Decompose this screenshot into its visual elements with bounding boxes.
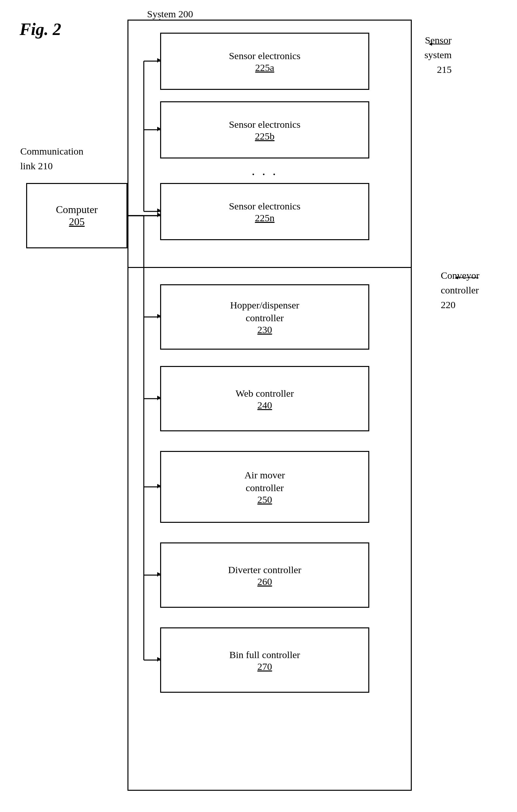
air-mover-controller-250: Air movercontroller 250	[160, 451, 369, 523]
web-controller-240: Web controller 240	[160, 366, 369, 431]
comm-link-label: Communicationlink 210	[20, 144, 83, 173]
computer-box: Computer 205	[26, 183, 127, 248]
sensor-electronics-225n: Sensor electronics 225n	[160, 183, 369, 240]
svg-text:System 200: System 200	[147, 8, 193, 19]
computer-title: Computer	[56, 204, 98, 216]
hopper-dispenser-230: Hopper/dispensercontroller 230	[160, 284, 369, 350]
diagram: Fig. 2 System 200 Sensorsystem215 Convey…	[0, 0, 517, 812]
ellipsis-dots: · · ·	[252, 167, 278, 182]
sensor-electronics-225a: Sensor electronics 225a	[160, 33, 369, 90]
svg-marker-4	[429, 42, 432, 46]
sensor-electronics-225b: Sensor electronics 225b	[160, 101, 369, 158]
figure-label: Fig. 2	[20, 20, 61, 39]
svg-marker-6	[455, 276, 458, 280]
bin-full-controller-270: Bin full controller 270	[160, 628, 369, 693]
diverter-controller-260: Diverter controller 260	[160, 543, 369, 608]
computer-id: 205	[69, 216, 85, 228]
conveyor-arrow	[452, 273, 482, 283]
sensor-system-arrow	[427, 37, 453, 51]
